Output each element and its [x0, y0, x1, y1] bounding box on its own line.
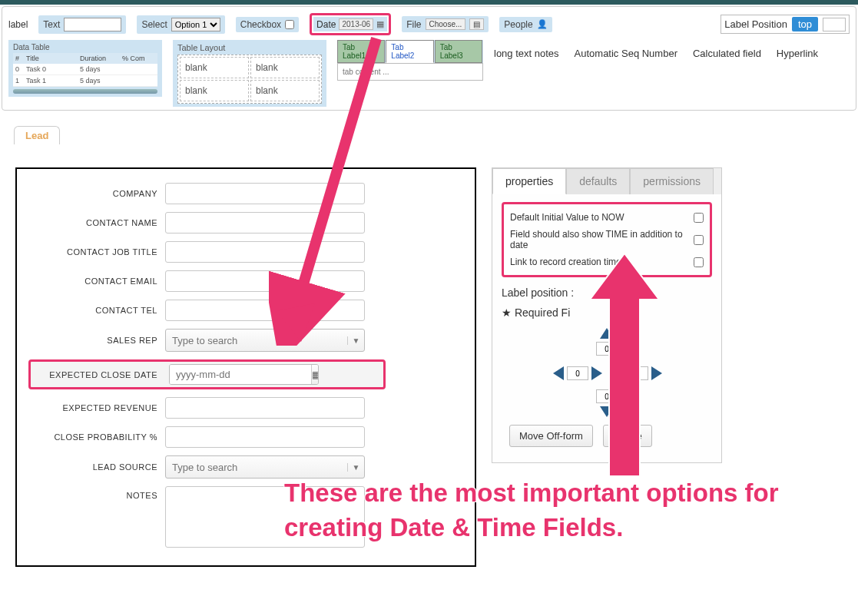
date-options-highlight: Default Initial Value to NOW Field shoul… — [502, 202, 712, 277]
company-label: COMPANY — [31, 189, 165, 198]
contact-job-label: CONTACT JOB TITLE — [31, 247, 165, 257]
tab-defaults[interactable]: defaults — [566, 168, 630, 194]
arrow-right-icon[interactable] — [591, 366, 602, 380]
tab-permissions[interactable]: permissions — [630, 168, 714, 194]
tabs-field-type[interactable]: Tab Label1 Tab Label2 Tab Label3 tab con… — [337, 40, 483, 81]
sales-rep-input[interactable] — [166, 335, 347, 346]
calculated-field-type[interactable]: Calculated field — [693, 48, 761, 59]
pad-left-input[interactable] — [567, 366, 588, 380]
contact-name-input[interactable] — [165, 212, 365, 233]
annotation-text: These are the most important options for… — [284, 476, 822, 545]
company-input[interactable] — [165, 183, 365, 204]
tab-properties[interactable]: properties — [492, 168, 566, 194]
contact-name-label: CONTACT NAME — [31, 218, 165, 227]
date-field-type-highlight: Date 2013-06 ▦ — [310, 13, 391, 35]
chevron-down-icon[interactable]: ▼ — [347, 336, 364, 345]
opt-default-now-label: Default Initial Value to NOW — [510, 212, 624, 223]
label-position-top[interactable]: top — [792, 17, 818, 31]
position-arrow-pad — [553, 328, 661, 420]
file-icon: ▤ — [469, 18, 484, 30]
opt-link-creation-checkbox[interactable] — [694, 257, 704, 267]
arrow-right-icon[interactable] — [651, 366, 662, 380]
person-icon: 👤 — [537, 19, 548, 29]
auto-seq-number-type[interactable]: Automatic Seq Number — [575, 48, 677, 59]
arrow-up-icon[interactable] — [600, 328, 614, 339]
hyperlink-type[interactable]: Hyperlink — [777, 48, 818, 59]
checkbox-sample[interactable] — [285, 20, 294, 29]
table-row: 1 Task 1 5 days — [13, 75, 157, 87]
opt-default-now-checkbox[interactable] — [694, 213, 704, 223]
delete-button[interactable]: Delete — [603, 425, 652, 447]
label-position-control: Label Position top — [721, 15, 850, 34]
date-sample-value: 2013-06 — [339, 18, 373, 30]
contact-email-label: CONTACT EMAIL — [31, 277, 165, 286]
sample-tab-2[interactable]: Tab Label2 — [386, 40, 433, 63]
notes-label: NOTES — [31, 486, 165, 500]
opt-link-creation-label: Link to record creation time — [510, 257, 621, 267]
label-position-row: Label position : — [502, 286, 712, 299]
text-sample-input[interactable] — [64, 18, 121, 31]
date-input[interactable] — [170, 365, 311, 384]
data-table-field-type[interactable]: Data Table # Title Duration % Com 0 Task… — [8, 40, 162, 97]
long-text-notes-type[interactable]: long text notes — [494, 48, 559, 59]
people-field-type[interactable]: People 👤 — [499, 17, 552, 32]
select-field-type[interactable]: Select Option 1 — [137, 15, 224, 34]
pad-bottom-input[interactable] — [596, 389, 618, 403]
arrow-left-icon[interactable] — [613, 366, 624, 380]
table-row: 0 Task 0 5 days — [13, 64, 157, 75]
expected-close-date-highlight: EXPECTED CLOSE DATE ▦ — [28, 359, 386, 389]
move-off-form-button[interactable]: Move Off-form — [509, 425, 593, 447]
expected-close-date-label: EXPECTED CLOSE DATE — [33, 370, 165, 379]
lead-source-label: LEAD SOURCE — [31, 462, 165, 472]
expected-close-date-field[interactable]: ▦ — [169, 364, 319, 385]
expected-revenue-label: EXPECTED REVENUE — [31, 403, 165, 412]
checkbox-field-type[interactable]: Checkbox — [236, 17, 299, 32]
date-field-type[interactable]: Date 2013-06 ▦ — [313, 17, 387, 31]
table-layout-field-type[interactable]: Table Layout blank blank blank blank — [173, 40, 326, 107]
label-field-type[interactable]: label — [8, 19, 28, 30]
label-position-other[interactable] — [823, 18, 846, 31]
pad-right-input[interactable] — [627, 366, 648, 380]
calendar-icon: ▦ — [376, 19, 384, 29]
sample-tab-1[interactable]: Tab Label1 — [337, 40, 385, 63]
close-prob-label: CLOSE PROBABILITY % — [31, 432, 165, 442]
contact-tel-label: CONTACT TEL — [31, 306, 165, 315]
expected-revenue-input[interactable] — [165, 397, 365, 419]
contact-tel-input[interactable] — [165, 300, 365, 321]
required-field-row: ★ Required Fi — [502, 306, 712, 319]
calendar-icon[interactable]: ▦ — [311, 365, 319, 384]
contact-email-input[interactable] — [165, 270, 365, 292]
scrollbar[interactable] — [13, 89, 157, 94]
chevron-down-icon[interactable]: ▼ — [347, 463, 364, 472]
select-sample[interactable]: Option 1 — [171, 18, 220, 31]
field-palette: label Text Select Option 1 Checkbox Date… — [2, 6, 856, 111]
lead-source-select[interactable]: ▼ — [165, 455, 365, 479]
sample-tab-3[interactable]: Tab Label3 — [435, 40, 482, 63]
contact-job-input[interactable] — [165, 241, 365, 263]
file-field-type[interactable]: File Choose... ▤ — [402, 16, 489, 32]
arrow-down-icon[interactable] — [600, 406, 614, 417]
file-choose-button[interactable]: Choose... — [426, 18, 466, 30]
arrow-left-icon[interactable] — [553, 366, 564, 380]
lead-source-input[interactable] — [166, 462, 347, 473]
close-prob-input[interactable] — [165, 426, 365, 448]
text-field-type[interactable]: Text — [38, 15, 126, 34]
opt-show-time-checkbox[interactable] — [694, 235, 704, 245]
opt-show-time-label: Field should also show TIME in addition … — [510, 229, 694, 250]
form-tab-lead[interactable]: Lead — [14, 126, 60, 144]
properties-panel: properties defaults permissions Default … — [492, 167, 722, 463]
sales-rep-label: SALES REP — [31, 336, 165, 345]
sales-rep-select[interactable]: ▼ — [165, 329, 365, 352]
pad-top-input[interactable] — [596, 342, 618, 356]
